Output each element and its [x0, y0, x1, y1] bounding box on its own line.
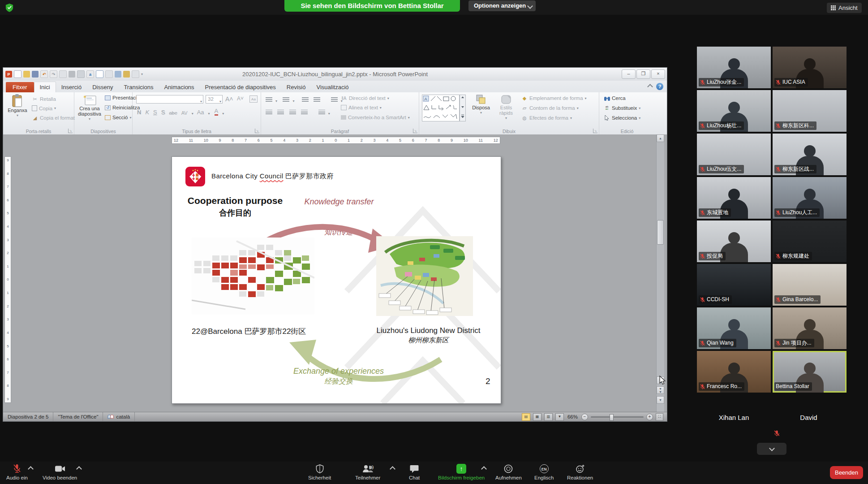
reactions-button[interactable]: Reaktionen	[567, 464, 593, 480]
tab-visualitzacio[interactable]: Visualització	[311, 82, 354, 92]
record-button[interactable]: Aufnehmen	[495, 464, 522, 480]
table-icon[interactable]	[96, 70, 103, 78]
decrease-indent-icon[interactable]	[302, 97, 309, 102]
participant-video-cell[interactable]: 柳东新区科...	[773, 90, 847, 132]
zoom-slider-thumb[interactable]	[610, 414, 614, 421]
shape-effects-button[interactable]: ◍Efectes de forma▾	[521, 115, 572, 121]
align-right-icon[interactable]	[289, 110, 296, 115]
participant-video-cell[interactable]: LiuZhou伍文...	[697, 134, 771, 175]
slide-sorter-view-button[interactable]: ▦	[533, 413, 541, 421]
interpretation-button[interactable]: EN Englisch	[534, 464, 554, 480]
zoom-level[interactable]: 66%	[567, 414, 578, 419]
share-options-button[interactable]: Optionen anzeigen	[468, 0, 536, 11]
fit-slide-button[interactable]: ⛶	[656, 413, 663, 421]
participant-video-cell[interactable]: 柳东新区战...	[773, 134, 847, 175]
undo-icon[interactable]: ↶	[40, 70, 48, 78]
view-button[interactable]: Ansicht	[827, 3, 862, 13]
language-indicator[interactable]: català	[103, 412, 135, 421]
meeting-security-shield-icon[interactable]	[5, 3, 13, 12]
tab-revisio[interactable]: Revisió	[281, 82, 311, 92]
video-button[interactable]: Video beenden	[43, 464, 77, 480]
collapse-gallery-button[interactable]	[757, 443, 786, 455]
tab-animacions[interactable]: Animacions	[159, 82, 199, 92]
next-slide-button[interactable]: ▼▼	[657, 386, 664, 394]
text-direction-button[interactable]: ‖ADirecció del text▾	[341, 95, 389, 101]
numbering-icon[interactable]	[283, 97, 289, 102]
qat-more-icon[interactable]	[132, 70, 139, 78]
chat-button[interactable]: Chat	[409, 464, 420, 480]
shape-fill-button[interactable]: ◆Emplenament de forma▾	[521, 95, 587, 101]
print-icon[interactable]	[69, 71, 75, 78]
align-left-icon[interactable]	[266, 110, 272, 115]
justify-icon[interactable]	[301, 110, 308, 115]
grow-font-button[interactable]: A˄	[225, 95, 233, 103]
new-file-icon[interactable]	[14, 70, 21, 78]
slideshow-view-button[interactable]: ▼	[555, 413, 564, 421]
minimize-button[interactable]: –	[622, 69, 636, 79]
font-color-button[interactable]: A	[215, 108, 219, 116]
theme-indicator[interactable]: "Tema de l'Office"	[53, 412, 103, 421]
tab-fitxer[interactable]: Fitxer	[6, 82, 34, 92]
columns-icon[interactable]	[318, 110, 325, 115]
tab-transicions[interactable]: Transicions	[118, 82, 159, 92]
participant-video-cell[interactable]: Francesc Ro...	[697, 351, 771, 393]
participant-video-cell[interactable]: 柳东规建处	[773, 220, 847, 262]
bullets-icon[interactable]	[266, 97, 272, 102]
offline-participant-name[interactable]: David	[772, 414, 846, 421]
audio-options-chevron[interactable]	[28, 466, 34, 472]
font-size-combo[interactable]: 32▾	[206, 95, 223, 104]
participant-video-cell[interactable]: Jin 项目办...	[773, 307, 847, 349]
italic-button[interactable]: K	[145, 109, 149, 116]
clipboard-dialog-launcher[interactable]: ↘	[68, 129, 73, 133]
zoom-slider[interactable]	[591, 416, 644, 418]
tab-disseny[interactable]: Disseny	[87, 82, 118, 92]
redo-icon[interactable]: ↷	[50, 70, 57, 78]
participant-video-cell[interactable]: IUC ASIA	[773, 47, 847, 88]
spelling-icon[interactable]: a	[86, 70, 94, 78]
participant-video-cell[interactable]: Gina Barcelo...	[773, 264, 847, 306]
shrink-font-button[interactable]: A˅	[237, 95, 244, 102]
close-button[interactable]: ×	[651, 69, 665, 79]
offline-participant-name[interactable]: Xihan Lan	[697, 414, 771, 421]
tab-insercio[interactable]: Inserció	[56, 82, 87, 92]
leave-meeting-button[interactable]: Beenden	[830, 466, 863, 479]
open-folder-icon[interactable]	[23, 71, 30, 78]
participant-video-cell[interactable]: LiuZhou人工...	[773, 177, 847, 219]
new-slide-button[interactable]: ✶ Crea una diapositiva▾	[77, 94, 103, 122]
print-preview-icon[interactable]	[77, 70, 85, 78]
security-button[interactable]: Sicherheit	[308, 464, 331, 480]
line-spacing-icon[interactable]	[331, 97, 338, 102]
bold-button[interactable]: N	[137, 109, 141, 116]
participant-video-cell[interactable]: 东城置地	[697, 177, 771, 219]
zoom-out-button[interactable]: −	[581, 414, 588, 420]
participant-video-cell[interactable]: LiuZhou杨壮...	[697, 90, 771, 132]
change-case-button[interactable]: Aa	[197, 109, 204, 116]
copy-button[interactable]: Copia▾	[32, 105, 56, 111]
select-button[interactable]: Selecciona▾	[604, 115, 640, 121]
participant-video-cell[interactable]: CCDI-SH	[697, 264, 771, 306]
share-screen-button[interactable]: ↑ Bildschirm freigeben	[438, 464, 485, 480]
save-icon[interactable]	[32, 71, 39, 78]
paragraph-dialog-launcher[interactable]: ↘	[413, 129, 417, 133]
align-center-icon[interactable]	[277, 110, 284, 115]
maximize-button[interactable]: ❐	[636, 69, 650, 79]
qat-dropdown-icon[interactable]: ▾	[141, 72, 143, 76]
participant-video-cell[interactable]: Qian Wang	[697, 307, 771, 349]
shapes-gallery[interactable]: A	[422, 95, 466, 121]
find-button[interactable]: Cerca	[604, 95, 626, 101]
replace-button[interactable]: abac Substitueix▾	[604, 105, 640, 111]
tab-presentacio[interactable]: Presentació de diapositives	[200, 82, 281, 92]
scrollbar-thumb[interactable]	[657, 220, 664, 245]
participants-options-chevron[interactable]	[390, 466, 395, 472]
slideshow-icon[interactable]	[115, 71, 121, 78]
font-name-combo[interactable]: ▾	[136, 95, 203, 104]
smartart-button[interactable]: Converteix-ho a SmartArt▾	[341, 115, 410, 120]
audio-button[interactable]: Audio ein	[6, 464, 28, 480]
quick-styles-button[interactable]: Estils ràpids▾	[494, 94, 518, 121]
vertical-scrollbar[interactable]: ▲ ▲▲ ▼▼ ▼	[656, 134, 664, 412]
section-button[interactable]: Secció▾	[105, 115, 132, 120]
paste-button[interactable]: Enganxa▾	[6, 94, 29, 118]
reading-view-button[interactable]: ▥	[544, 413, 553, 421]
cut-button[interactable]: ✂Retalla	[32, 96, 56, 102]
scroll-up-button[interactable]: ▲	[657, 134, 664, 142]
